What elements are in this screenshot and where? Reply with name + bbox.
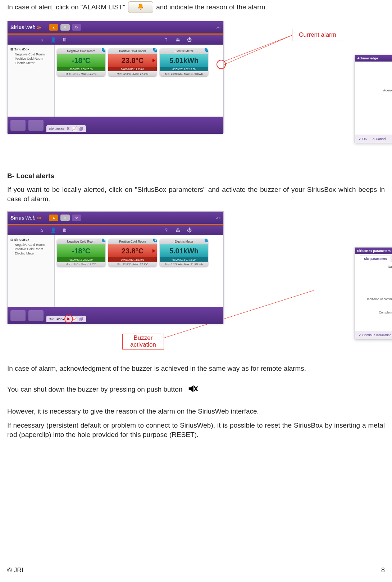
info-icon[interactable]: i bbox=[102, 48, 105, 52]
wrench-icon[interactable]: ✖ bbox=[67, 126, 70, 131]
app-topbar: SiriusWeb››› ▲ ✉ ↻ JRI bbox=[8, 21, 223, 35]
para-ack-buzzer: In case of alarm, acknowledgment of the … bbox=[7, 364, 385, 373]
app-footer: SiriusBox ✖ 📈 🗐 bbox=[8, 117, 223, 134]
topbar-refresh-icon[interactable]: ↻ bbox=[72, 24, 81, 31]
nav-user-icon[interactable]: 👤 bbox=[49, 37, 57, 42]
copy-icon[interactable]: 🗐 bbox=[79, 127, 83, 131]
footer-tab[interactable]: SiriusBox ✖ 📈 🗐 bbox=[46, 125, 86, 132]
alarm-list-button[interactable] bbox=[128, 1, 153, 13]
section-b-text: If you want to be locally alerted, click… bbox=[7, 185, 385, 203]
main-area: Negative Cold Roomi -18°C 06/09/2013 08:… bbox=[55, 45, 223, 117]
callout-buzzer: Buzzer activation bbox=[122, 334, 164, 349]
tab-site-parameters[interactable]: Site parameters bbox=[360, 256, 391, 262]
highlight-circle-topbar bbox=[216, 60, 226, 69]
app-logo: SiriusWeb››› bbox=[10, 24, 40, 31]
callout-current-alarm: Current alarm bbox=[292, 29, 343, 41]
tile-positive[interactable]: Positive Cold Roomi 23.8°C 06/09/2013 11… bbox=[108, 239, 157, 267]
nav-help-icon[interactable]: ? bbox=[162, 227, 170, 233]
nav-home-icon[interactable]: ⌂ bbox=[38, 37, 46, 42]
footer-page-number: 8 bbox=[381, 567, 385, 574]
sidebar-item-elec[interactable]: Electric Meter bbox=[15, 61, 53, 65]
section-b-heading: B- Local alerts bbox=[7, 172, 385, 180]
dialog-title: SiriusBox parameters : SiriusBox bbox=[357, 249, 392, 253]
siriusweb-app-2: SiriusWeb››› ▲ ✉ ↻ JRI ⌂ 👤 🗎 ? 🖶 ⏻ ⊟ Sir… bbox=[7, 211, 224, 324]
sidebar-root[interactable]: ⊟ SiriusBox bbox=[10, 238, 53, 242]
footer-tab[interactable]: SiriusBox ✖ 📈 🗐 bbox=[46, 316, 86, 322]
app-navbar: ⌂ 👤 🗎 ? 🖶 ⏻ bbox=[8, 35, 223, 45]
mute-icon bbox=[187, 383, 199, 397]
tile-negative[interactable]: Negative Cold Roomi -18°C 06/09/2013 08:… bbox=[57, 48, 105, 76]
para-reason: However, it is necessary to give the rea… bbox=[7, 407, 385, 416]
tile-electric[interactable]: Electric Meteri 5.01kWh 06/09/2013 07:18… bbox=[160, 48, 208, 76]
acknowledge-dialog: Acknowledge × Alarm date / time06/09/201… bbox=[355, 55, 392, 143]
chart-icon[interactable]: 📈 bbox=[72, 126, 77, 131]
dialog-title: Acknowledge bbox=[357, 57, 378, 60]
bell-icon bbox=[137, 3, 145, 11]
topbar-mail-icon[interactable]: ✉ bbox=[60, 215, 70, 221]
wrench-icon[interactable]: ✖ bbox=[67, 317, 70, 321]
tile-electric[interactable]: Electric Meteri 5.01kWh 06/09/2013 07:18… bbox=[160, 239, 208, 267]
parameters-dialog: SiriusBox parameters : SiriusBox × Site … bbox=[355, 247, 392, 339]
para-mute-btn: You can shut down the buzzer by pressing… bbox=[7, 385, 182, 393]
ok-button[interactable]: ✓ OK bbox=[359, 137, 367, 141]
nav-help-icon[interactable]: ? bbox=[162, 37, 170, 42]
nav-power-icon[interactable]: ⏻ bbox=[185, 227, 193, 233]
svg-line-0 bbox=[221, 35, 292, 63]
nav-home-icon[interactable]: ⌂ bbox=[38, 227, 46, 233]
nav-doc-icon[interactable]: 🗎 bbox=[61, 227, 69, 233]
topbar-alarm-icon[interactable]: ▲ bbox=[49, 24, 58, 31]
footer-widget-1[interactable] bbox=[10, 120, 26, 131]
tile-positive[interactable]: Positive Cold Roomi 23.8°C 06/09/2013 11… bbox=[108, 48, 157, 76]
sidebar-item-pos[interactable]: Positive Cold Room bbox=[15, 57, 53, 60]
tile-negative[interactable]: Negative Cold Roomi -18°C 06/09/2013 08:… bbox=[57, 239, 105, 267]
sidebar-root[interactable]: ⊟ SiriusBox bbox=[10, 48, 53, 51]
info-icon[interactable]: i bbox=[205, 48, 208, 52]
cancel-button[interactable]: ✕ Cancel bbox=[372, 137, 386, 141]
svg-marker-3 bbox=[188, 385, 193, 393]
sidebar-item-neg[interactable]: Negative Cold Room bbox=[15, 53, 53, 56]
nav-power-icon[interactable]: ⏻ bbox=[185, 37, 193, 42]
intro-text-after: and indicate the reason of the alarm. bbox=[156, 3, 267, 11]
alarm-arrow-icon bbox=[152, 59, 155, 62]
copy-icon[interactable]: 🗐 bbox=[79, 317, 83, 321]
footer-widget-2[interactable] bbox=[28, 120, 44, 131]
topbar-alarm-icon[interactable]: ▲ bbox=[49, 215, 58, 221]
sidebar-item-pos[interactable]: Positive Cold Room bbox=[15, 247, 53, 251]
sidebar: ⊟ SiriusBox Negative Cold Room Positive … bbox=[8, 45, 55, 117]
info-icon[interactable]: i bbox=[153, 48, 157, 52]
nav-print-icon[interactable]: 🖶 bbox=[174, 37, 182, 42]
nav-print-icon[interactable]: 🖶 bbox=[174, 227, 182, 233]
para-reset: If necessary (persistent default or prob… bbox=[7, 421, 385, 439]
sidebar-item-neg[interactable]: Negative Cold Room bbox=[15, 243, 53, 247]
topbar-refresh-icon[interactable]: ↻ bbox=[72, 215, 81, 221]
intro-text-before: In case of alert, click on "ALARM LIST" bbox=[7, 3, 125, 11]
nav-user-icon[interactable]: 👤 bbox=[49, 227, 57, 233]
continue-button[interactable]: ✓ Continue installation bbox=[359, 333, 392, 337]
sidebar-item-elec[interactable]: Electric Meter bbox=[15, 252, 53, 255]
nav-doc-icon[interactable]: 🗎 bbox=[61, 37, 69, 42]
topbar-mail-icon[interactable]: ✉ bbox=[60, 24, 70, 31]
footer-copyright: © JRI bbox=[7, 567, 23, 574]
siriusweb-app-1: SiriusWeb››› ▲ ✉ ↻ JRI ⌂ 👤 🗎 ? 🖶 ⏻ bbox=[7, 21, 224, 133]
